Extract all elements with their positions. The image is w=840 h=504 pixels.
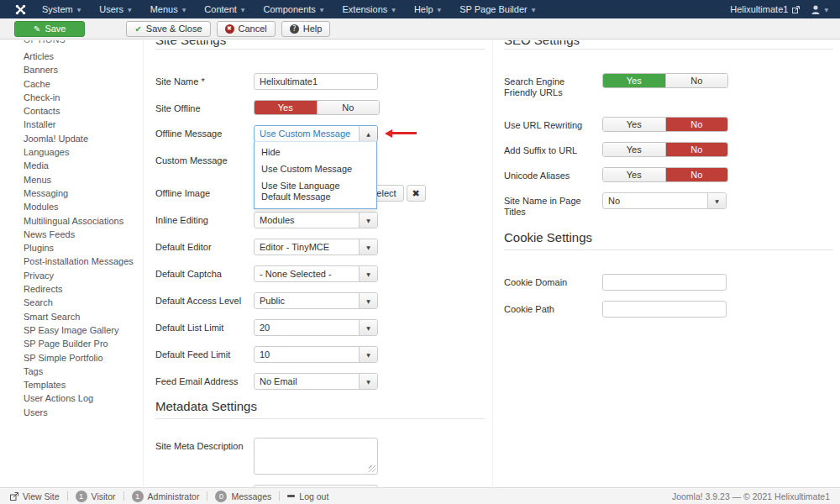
chevron-down-icon[interactable]: ▼ [707,193,726,208]
chevron-down-icon[interactable]: ▼ [359,347,377,362]
add-suffix-yes-button[interactable]: Yes [603,143,665,156]
chevron-down-icon[interactable]: ▼ [359,320,377,335]
sidebar-item[interactable]: Smart Search [24,310,143,323]
chevron-down-icon[interactable]: ▼ [359,239,377,255]
sidebar-item[interactable]: Cache [24,77,143,91]
url-rewriting-yes-button[interactable]: Yes [603,118,665,131]
site-name-in-page-titles-select[interactable]: No ▼ [602,192,727,209]
url-rewriting-label: Use URL Rewriting [504,117,602,132]
feed-email-address-label: Feed Email Address [155,373,254,390]
cookie-domain-input[interactable] [602,274,727,291]
sidebar-item[interactable]: Modules [24,200,143,213]
default-list-limit-select[interactable]: 20 ▼ [254,319,378,336]
url-rewriting-toggle: Yes No [602,117,728,132]
offline-message-select[interactable]: Use Custom Message ▲ [254,125,378,142]
sidebar-item[interactable]: Redirects [24,282,143,296]
add-suffix-no-button[interactable]: No [665,143,728,156]
save-button[interactable]: ✎ Save [14,21,85,37]
chevron-down-icon: ▼ [77,7,81,13]
sidebar-item[interactable]: Languages [24,145,143,159]
sidebar-item[interactable]: Privacy [24,269,143,282]
sidebar-item[interactable]: Menus [24,173,143,186]
sidebar-item[interactable]: Banners [24,63,143,76]
top-nav-menu-item[interactable]: Components ▼ [254,0,333,18]
cookie-path-input[interactable] [602,301,727,318]
chevron-down-icon[interactable]: ▼ [359,374,377,389]
sidebar-item[interactable]: News Feeds [24,228,143,241]
top-nav-menu-item[interactable]: Help ▼ [405,0,450,18]
default-access-level-select[interactable]: Public ▼ [254,292,378,309]
sidebar-item[interactable]: SP Page Builder Pro [24,337,143,350]
config-sidebar: OPTIONS Articles Banners Cache Check-in … [0,40,144,487]
sidebar-item[interactable]: Check-in [24,91,143,104]
site-meta-description-label: Site Meta Description [155,438,254,475]
messages-status[interactable]: 0 Messages [215,491,271,502]
external-link-icon [792,6,800,13]
sidebar-item[interactable]: User Actions Log [24,391,143,405]
sidebar-item[interactable]: Joomla! Update [24,132,143,145]
default-editor-select[interactable]: Editor - TinyMCE ▼ [254,239,378,255]
sidebar-item[interactable]: Search [24,296,143,309]
top-nav-menu-item[interactable]: SP Page Builder ▼ [450,0,544,18]
default-feed-limit-select[interactable]: 10 ▼ [254,346,378,363]
cookie-path-label: Cookie Path [504,301,602,318]
site-settings-column: Site Settings Site Name * Site Offline Y… [155,40,485,487]
cancel-button[interactable]: ✖ Cancel [217,21,276,37]
divider [67,491,68,501]
sidebar-item[interactable]: Multilingual Associations [24,214,143,228]
view-site-link[interactable]: View Site [10,491,60,501]
divider [123,491,124,501]
sidebar-item[interactable]: Media [24,159,143,172]
question-icon: ? [290,24,299,34]
sef-urls-yes-button[interactable]: Yes [603,74,665,87]
top-nav-menu-item[interactable]: Content ▼ [195,0,254,18]
annotation-arrow [385,129,418,138]
resize-handle-icon[interactable] [369,465,375,472]
help-button[interactable]: ? Help [281,21,331,37]
sidebar-item[interactable]: Installer [24,118,143,131]
unicode-aliases-yes-button[interactable]: Yes [603,168,665,181]
offline-message-label: Offline Message [155,125,254,142]
sef-urls-label: Search Engine Friendly URLs [504,73,602,98]
sidebar-item[interactable]: Users [24,406,143,419]
url-rewriting-no-button[interactable]: No [665,118,728,131]
visitor-status[interactable]: 1 Visitor [76,491,116,502]
unicode-aliases-no-button[interactable]: No [665,168,728,181]
site-name-input[interactable] [254,73,378,90]
administrator-status[interactable]: 1 Administrator [132,491,200,502]
sef-urls-no-button[interactable]: No [665,74,728,87]
clear-icon: ✖ [412,188,420,199]
site-offline-yes-button[interactable]: Yes [255,101,317,114]
save-and-close-button[interactable]: ✔ Save & Close [126,21,210,37]
chevron-down-icon[interactable]: ▼ [359,266,377,281]
sidebar-item[interactable]: Templates [24,378,143,391]
top-nav-menu-item[interactable]: Users ▼ [90,0,140,18]
chevron-down-icon[interactable]: ▼ [359,293,377,308]
sidebar-item[interactable]: SP Easy Image Gallery [24,323,143,337]
logout-link[interactable]: Log out [287,491,328,501]
sidebar-item[interactable]: Messaging [24,186,143,200]
chevron-down-icon[interactable]: ▼ [359,213,377,228]
site-offline-no-button[interactable]: No [317,101,380,114]
dropdown-option[interactable]: Hide [255,144,376,160]
chevron-up-icon[interactable]: ▲ [359,126,377,141]
sidebar-item[interactable]: Contacts [24,104,143,118]
default-feed-limit-label: Default Feed Limit [155,346,254,363]
feed-email-address-select[interactable]: No Email ▼ [254,373,378,390]
default-captcha-select[interactable]: - None Selected - ▼ [254,265,378,282]
inline-editing-select[interactable]: Modules ▼ [254,212,378,228]
top-nav-menu-item[interactable]: System ▼ [33,0,90,18]
clear-image-button[interactable]: ✖ [407,185,426,202]
site-meta-description-textarea[interactable] [254,438,378,475]
user-menu-button[interactable]: ▼ [811,5,828,14]
sidebar-item[interactable]: Tags [24,365,143,378]
dropdown-option[interactable]: Use Site Language Default Message [255,177,376,205]
sidebar-item[interactable]: SP Simple Portfolio [24,351,143,365]
sidebar-item[interactable]: Plugins [24,241,143,255]
site-preview-link[interactable]: Helixultimate1 [730,4,800,14]
top-nav-menu-item[interactable]: Extensions ▼ [333,0,404,18]
sidebar-item[interactable]: Post-installation Messages [24,255,143,268]
sidebar-item[interactable]: Articles [24,50,143,63]
dropdown-option[interactable]: Use Custom Message [255,160,376,177]
top-nav-menu-item[interactable]: Menus ▼ [141,0,196,18]
